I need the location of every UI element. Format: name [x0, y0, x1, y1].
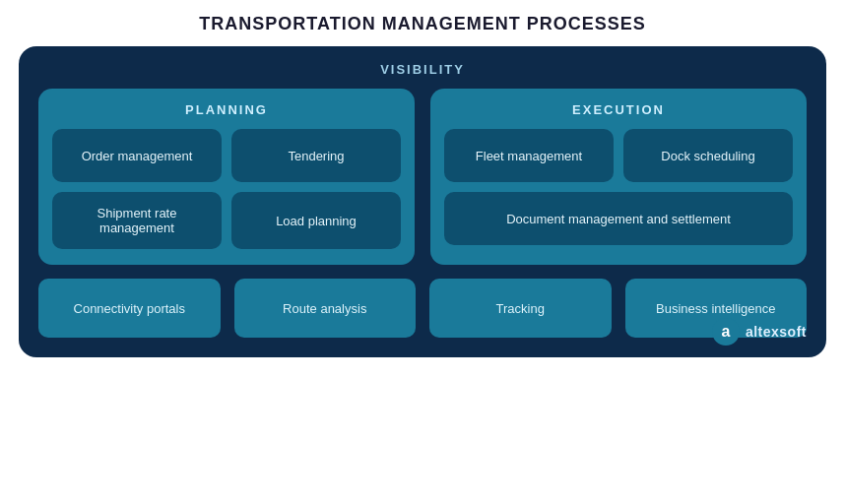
logo-icon: a [712, 318, 740, 346]
card-fleet-management: Fleet management [444, 129, 614, 182]
page-title: TRANSPORTATION MANAGEMENT PROCESSES [199, 14, 645, 34]
outer-container: VISIBILITY PLANNING Order management Ten… [19, 46, 826, 357]
card-document-management: Document management and settlement [444, 192, 793, 245]
logo-text: altexsoft [746, 324, 807, 340]
card-tendering: Tendering [231, 129, 401, 182]
execution-label: EXECUTION [444, 102, 793, 117]
card-order-management: Order management [52, 129, 222, 182]
logo-area: a altexsoft [712, 318, 807, 346]
card-tracking: Tracking [429, 279, 612, 338]
middle-row: PLANNING Order management Tendering Ship… [38, 89, 807, 265]
visibility-label: VISIBILITY [38, 62, 807, 77]
planning-cards-grid: Order management Tendering Shipment rate… [52, 129, 401, 249]
execution-cards-grid: Fleet management Dock scheduling Documen… [444, 129, 793, 245]
card-route-analysis: Route analysis [234, 279, 417, 338]
card-shipment-rate: Shipment rate management [52, 192, 222, 249]
planning-section: PLANNING Order management Tendering Ship… [38, 89, 415, 265]
planning-label: PLANNING [52, 102, 401, 117]
card-dock-scheduling: Dock scheduling [623, 129, 793, 182]
execution-section: EXECUTION Fleet management Dock scheduli… [430, 89, 807, 265]
card-load-planning: Load planning [231, 192, 401, 249]
bottom-row: Connectivity portals Route analysis Trac… [38, 279, 807, 338]
card-connectivity-portals: Connectivity portals [38, 279, 221, 338]
